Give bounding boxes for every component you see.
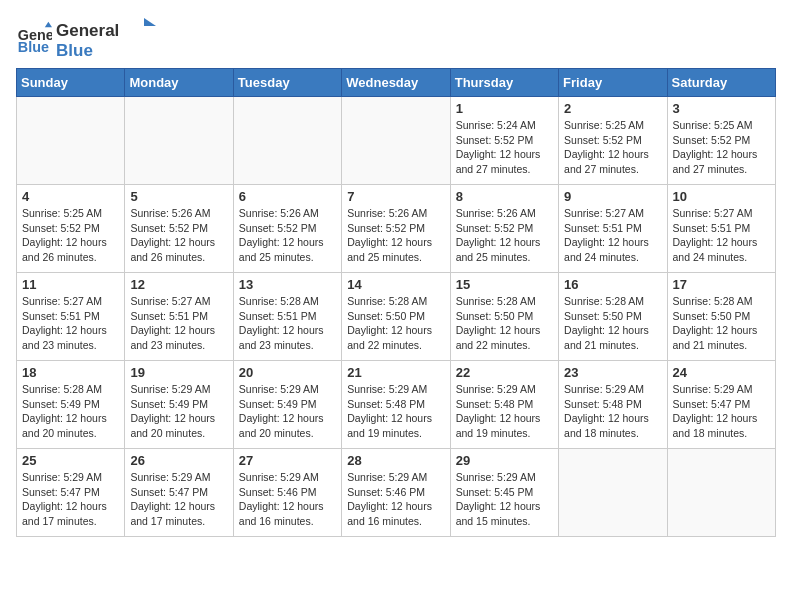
svg-text:Blue: Blue — [56, 41, 93, 60]
calendar-cell: 4Sunrise: 5:25 AM Sunset: 5:52 PM Daylig… — [17, 185, 125, 273]
day-info: Sunrise: 5:26 AM Sunset: 5:52 PM Dayligh… — [239, 206, 336, 265]
day-info: Sunrise: 5:29 AM Sunset: 5:48 PM Dayligh… — [456, 382, 553, 441]
day-info: Sunrise: 5:26 AM Sunset: 5:52 PM Dayligh… — [130, 206, 227, 265]
weekday-header-monday: Monday — [125, 69, 233, 97]
calendar-cell — [342, 97, 450, 185]
day-number: 8 — [456, 189, 553, 204]
day-number: 28 — [347, 453, 444, 468]
day-number: 24 — [673, 365, 770, 380]
day-info: Sunrise: 5:24 AM Sunset: 5:52 PM Dayligh… — [456, 118, 553, 177]
week-row-3: 11Sunrise: 5:27 AM Sunset: 5:51 PM Dayli… — [17, 273, 776, 361]
day-number: 15 — [456, 277, 553, 292]
calendar-cell: 9Sunrise: 5:27 AM Sunset: 5:51 PM Daylig… — [559, 185, 667, 273]
day-info: Sunrise: 5:29 AM Sunset: 5:47 PM Dayligh… — [130, 470, 227, 529]
day-number: 7 — [347, 189, 444, 204]
calendar-cell: 19Sunrise: 5:29 AM Sunset: 5:49 PM Dayli… — [125, 361, 233, 449]
day-info: Sunrise: 5:29 AM Sunset: 5:49 PM Dayligh… — [239, 382, 336, 441]
calendar-cell: 5Sunrise: 5:26 AM Sunset: 5:52 PM Daylig… — [125, 185, 233, 273]
calendar-cell: 29Sunrise: 5:29 AM Sunset: 5:45 PM Dayli… — [450, 449, 558, 537]
day-info: Sunrise: 5:28 AM Sunset: 5:51 PM Dayligh… — [239, 294, 336, 353]
calendar-cell: 14Sunrise: 5:28 AM Sunset: 5:50 PM Dayli… — [342, 273, 450, 361]
calendar-cell: 26Sunrise: 5:29 AM Sunset: 5:47 PM Dayli… — [125, 449, 233, 537]
svg-marker-4 — [144, 18, 156, 26]
calendar-cell: 11Sunrise: 5:27 AM Sunset: 5:51 PM Dayli… — [17, 273, 125, 361]
calendar-cell: 2Sunrise: 5:25 AM Sunset: 5:52 PM Daylig… — [559, 97, 667, 185]
day-number: 9 — [564, 189, 661, 204]
weekday-header-saturday: Saturday — [667, 69, 775, 97]
calendar-cell — [17, 97, 125, 185]
day-info: Sunrise: 5:27 AM Sunset: 5:51 PM Dayligh… — [564, 206, 661, 265]
calendar-cell: 23Sunrise: 5:29 AM Sunset: 5:48 PM Dayli… — [559, 361, 667, 449]
weekday-header-tuesday: Tuesday — [233, 69, 341, 97]
weekday-header-wednesday: Wednesday — [342, 69, 450, 97]
week-row-1: 1Sunrise: 5:24 AM Sunset: 5:52 PM Daylig… — [17, 97, 776, 185]
calendar-cell: 12Sunrise: 5:27 AM Sunset: 5:51 PM Dayli… — [125, 273, 233, 361]
week-row-2: 4Sunrise: 5:25 AM Sunset: 5:52 PM Daylig… — [17, 185, 776, 273]
calendar-cell — [233, 97, 341, 185]
day-info: Sunrise: 5:29 AM Sunset: 5:47 PM Dayligh… — [673, 382, 770, 441]
calendar-cell: 21Sunrise: 5:29 AM Sunset: 5:48 PM Dayli… — [342, 361, 450, 449]
calendar-cell: 18Sunrise: 5:28 AM Sunset: 5:49 PM Dayli… — [17, 361, 125, 449]
day-info: Sunrise: 5:29 AM Sunset: 5:46 PM Dayligh… — [239, 470, 336, 529]
logo-text: General Blue — [56, 16, 156, 60]
day-info: Sunrise: 5:28 AM Sunset: 5:50 PM Dayligh… — [456, 294, 553, 353]
day-number: 17 — [673, 277, 770, 292]
logo-svg: General Blue — [56, 16, 156, 60]
day-info: Sunrise: 5:28 AM Sunset: 5:50 PM Dayligh… — [673, 294, 770, 353]
day-info: Sunrise: 5:27 AM Sunset: 5:51 PM Dayligh… — [673, 206, 770, 265]
week-row-4: 18Sunrise: 5:28 AM Sunset: 5:49 PM Dayli… — [17, 361, 776, 449]
day-number: 22 — [456, 365, 553, 380]
weekday-header-sunday: Sunday — [17, 69, 125, 97]
calendar-cell: 20Sunrise: 5:29 AM Sunset: 5:49 PM Dayli… — [233, 361, 341, 449]
day-info: Sunrise: 5:27 AM Sunset: 5:51 PM Dayligh… — [22, 294, 119, 353]
calendar-cell: 8Sunrise: 5:26 AM Sunset: 5:52 PM Daylig… — [450, 185, 558, 273]
logo-icon: General Blue — [16, 20, 52, 56]
week-row-5: 25Sunrise: 5:29 AM Sunset: 5:47 PM Dayli… — [17, 449, 776, 537]
day-number: 25 — [22, 453, 119, 468]
day-info: Sunrise: 5:29 AM Sunset: 5:47 PM Dayligh… — [22, 470, 119, 529]
day-number: 20 — [239, 365, 336, 380]
day-info: Sunrise: 5:26 AM Sunset: 5:52 PM Dayligh… — [456, 206, 553, 265]
day-number: 2 — [564, 101, 661, 116]
day-info: Sunrise: 5:25 AM Sunset: 5:52 PM Dayligh… — [673, 118, 770, 177]
calendar-table: SundayMondayTuesdayWednesdayThursdayFrid… — [16, 68, 776, 537]
calendar-cell: 17Sunrise: 5:28 AM Sunset: 5:50 PM Dayli… — [667, 273, 775, 361]
day-info: Sunrise: 5:26 AM Sunset: 5:52 PM Dayligh… — [347, 206, 444, 265]
calendar-cell: 10Sunrise: 5:27 AM Sunset: 5:51 PM Dayli… — [667, 185, 775, 273]
calendar-cell: 22Sunrise: 5:29 AM Sunset: 5:48 PM Dayli… — [450, 361, 558, 449]
day-info: Sunrise: 5:25 AM Sunset: 5:52 PM Dayligh… — [22, 206, 119, 265]
day-number: 6 — [239, 189, 336, 204]
day-number: 1 — [456, 101, 553, 116]
day-number: 3 — [673, 101, 770, 116]
calendar-cell: 13Sunrise: 5:28 AM Sunset: 5:51 PM Dayli… — [233, 273, 341, 361]
day-number: 12 — [130, 277, 227, 292]
day-number: 19 — [130, 365, 227, 380]
calendar-cell: 25Sunrise: 5:29 AM Sunset: 5:47 PM Dayli… — [17, 449, 125, 537]
calendar-cell: 7Sunrise: 5:26 AM Sunset: 5:52 PM Daylig… — [342, 185, 450, 273]
day-info: Sunrise: 5:29 AM Sunset: 5:48 PM Dayligh… — [564, 382, 661, 441]
day-number: 11 — [22, 277, 119, 292]
weekday-header-friday: Friday — [559, 69, 667, 97]
calendar-cell: 28Sunrise: 5:29 AM Sunset: 5:46 PM Dayli… — [342, 449, 450, 537]
day-number: 27 — [239, 453, 336, 468]
calendar-cell — [667, 449, 775, 537]
svg-text:General: General — [56, 21, 119, 40]
day-info: Sunrise: 5:29 AM Sunset: 5:49 PM Dayligh… — [130, 382, 227, 441]
day-number: 16 — [564, 277, 661, 292]
calendar-cell: 1Sunrise: 5:24 AM Sunset: 5:52 PM Daylig… — [450, 97, 558, 185]
calendar-cell: 24Sunrise: 5:29 AM Sunset: 5:47 PM Dayli… — [667, 361, 775, 449]
logo: General Blue General Blue — [16, 16, 156, 60]
calendar-cell — [125, 97, 233, 185]
calendar-cell: 27Sunrise: 5:29 AM Sunset: 5:46 PM Dayli… — [233, 449, 341, 537]
day-info: Sunrise: 5:29 AM Sunset: 5:45 PM Dayligh… — [456, 470, 553, 529]
calendar-cell: 3Sunrise: 5:25 AM Sunset: 5:52 PM Daylig… — [667, 97, 775, 185]
svg-text:Blue: Blue — [18, 39, 49, 55]
calendar-cell — [559, 449, 667, 537]
day-info: Sunrise: 5:28 AM Sunset: 5:50 PM Dayligh… — [347, 294, 444, 353]
day-number: 26 — [130, 453, 227, 468]
day-number: 29 — [456, 453, 553, 468]
day-number: 10 — [673, 189, 770, 204]
day-info: Sunrise: 5:27 AM Sunset: 5:51 PM Dayligh… — [130, 294, 227, 353]
weekday-header-thursday: Thursday — [450, 69, 558, 97]
svg-marker-2 — [45, 22, 52, 27]
